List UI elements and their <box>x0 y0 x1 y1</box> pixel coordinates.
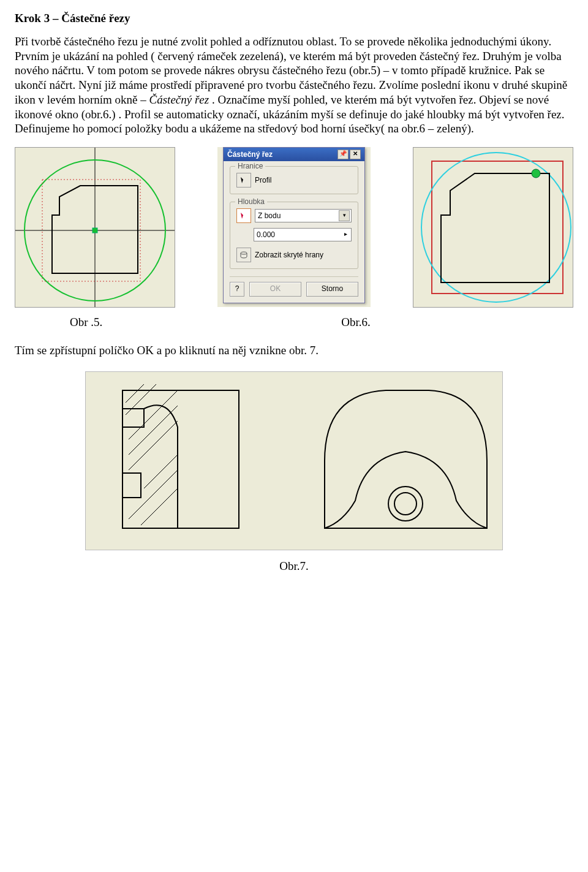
svg-line-17 <box>141 488 178 525</box>
svg-line-16 <box>129 470 178 519</box>
svg-line-12 <box>129 406 178 455</box>
svg-rect-6 <box>432 161 563 294</box>
svg-line-13 <box>129 421 178 470</box>
caption-fig5: Obr .5. <box>70 315 102 330</box>
group-hranice-label: Hranice <box>235 162 265 171</box>
close-button[interactable]: ✕ <box>350 150 361 159</box>
figure-row-5-6: Částečný řez 📌 ✕ Hranice Profil <box>15 147 573 308</box>
profile-pick-icon[interactable] <box>236 173 251 188</box>
depth-value-input[interactable]: 0.000 ▸ <box>254 228 352 241</box>
hidden-edges-icon[interactable] <box>236 248 251 262</box>
figure-5 <box>15 147 175 308</box>
figure-7 <box>85 371 503 550</box>
svg-point-19 <box>394 493 417 515</box>
arrow-right-icon[interactable]: ▸ <box>341 230 350 239</box>
dialog-titlebar: Částečný řez 📌 ✕ <box>224 148 364 161</box>
paragraph-main: Při tvorbě částečného řezu je nutné zvol… <box>15 34 573 136</box>
help-button[interactable]: ? <box>230 282 244 297</box>
heading-step3: Krok 3 – Částečné řezy <box>15 11 573 26</box>
ok-button[interactable]: OK <box>249 282 301 297</box>
svg-line-10 <box>126 384 156 415</box>
svg-line-14 <box>144 455 178 488</box>
figure-6 <box>413 147 573 308</box>
caption-row-5-6: Obr .5. Obr.6. <box>15 315 573 330</box>
group-hloubka-label: Hloubka <box>235 197 267 207</box>
svg-point-5 <box>241 252 247 254</box>
svg-line-9 <box>126 384 144 403</box>
caption-fig6: Obr.6. <box>341 315 371 330</box>
depth-pick-icon[interactable] <box>236 208 251 223</box>
svg-line-11 <box>129 390 178 439</box>
dialog-area: Částečný řez 📌 ✕ Hranice Profil <box>217 147 371 307</box>
dialog-title-text: Částečný řez <box>227 150 273 159</box>
group-hloubka: Hloubka Z bodu ▾ 0.000 <box>230 202 358 269</box>
paragraph-after: Tím se zpřístupní políčko OK a po kliknu… <box>15 343 573 358</box>
partial-cut-dialog: Částečný řez 📌 ✕ Hranice Profil <box>223 147 365 303</box>
group-hranice: Hranice Profil <box>230 166 358 194</box>
cancel-button[interactable]: Storno <box>306 282 358 297</box>
depth-mode-value: Z bodu <box>258 211 281 221</box>
svg-point-8 <box>532 169 540 178</box>
profil-label: Profil <box>255 176 271 185</box>
pin-button[interactable]: 📌 <box>337 150 349 159</box>
svg-point-7 <box>421 153 571 302</box>
svg-rect-4 <box>92 228 97 233</box>
svg-point-18 <box>388 487 423 521</box>
paragraph-main-italic: Částečný řez <box>149 93 209 106</box>
hidden-edges-label: Zobrazit skryté hrany <box>255 251 323 260</box>
depth-mode-combo[interactable]: Z bodu ▾ <box>255 209 352 222</box>
chevron-down-icon[interactable]: ▾ <box>339 210 350 221</box>
depth-value: 0.000 <box>257 230 275 240</box>
caption-fig7: Obr.7. <box>15 559 573 574</box>
